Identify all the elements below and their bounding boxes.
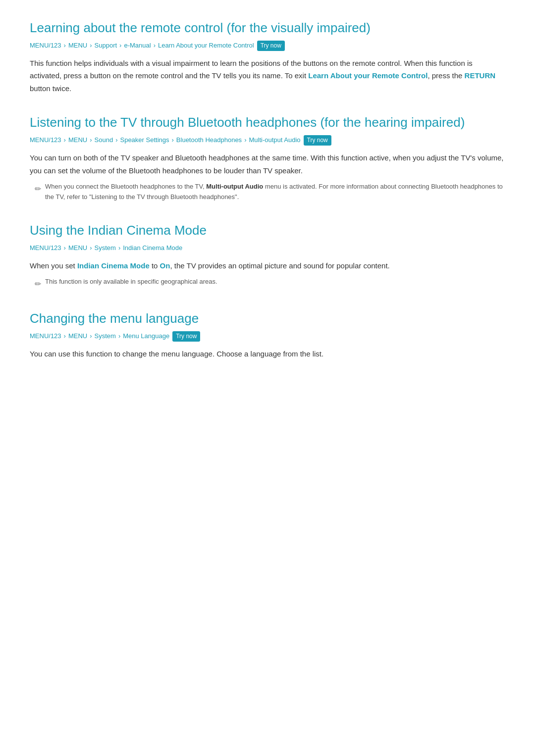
- breadcrumb-item[interactable]: System: [95, 331, 116, 342]
- breadcrumb-sep: ›: [90, 243, 92, 253]
- body-text-indian-cinema: When you set Indian Cinema Mode to On, t…: [30, 259, 505, 272]
- breadcrumb-menu-language: MENU/123 › MENU › System › Menu Language…: [30, 331, 505, 342]
- breadcrumb-sep: ›: [154, 41, 156, 51]
- breadcrumb-item[interactable]: Sound: [95, 135, 113, 146]
- breadcrumb-sep: ›: [64, 243, 66, 253]
- section-remote-control: Learning about the remote control (for t…: [30, 20, 505, 95]
- inline-bold-multi-audio: Multi-output Audio: [206, 183, 263, 190]
- breadcrumb-item[interactable]: MENU: [68, 135, 87, 146]
- breadcrumb-item[interactable]: Speaker Settings: [120, 135, 169, 146]
- breadcrumb-sep: ›: [118, 243, 120, 253]
- body-text-remote-control: This function helps individuals with a v…: [30, 57, 505, 95]
- breadcrumb-sep: ›: [90, 331, 92, 342]
- section-menu-language: Changing the menu language MENU/123 › ME…: [30, 310, 505, 360]
- inline-link-indian-cinema[interactable]: Indian Cinema Mode: [77, 261, 150, 270]
- breadcrumb-sep: ›: [118, 331, 120, 342]
- body-text-menu-language: You can use this function to change the …: [30, 348, 505, 360]
- breadcrumb-item[interactable]: System: [95, 243, 116, 253]
- breadcrumb-item[interactable]: MENU/123: [30, 243, 61, 253]
- breadcrumb-sep: ›: [115, 135, 117, 146]
- breadcrumb-sep: ›: [64, 331, 66, 342]
- note-indian-cinema: ✏ This function is only available in spe…: [35, 277, 505, 291]
- section-bluetooth-headphones: Listening to the TV through Bluetooth he…: [30, 114, 505, 202]
- breadcrumb-sep: ›: [119, 41, 121, 51]
- try-now-badge[interactable]: Try now: [257, 41, 285, 51]
- breadcrumb-sep: ›: [64, 41, 66, 51]
- pencil-icon: ✏: [35, 183, 41, 196]
- try-now-badge-bluetooth[interactable]: Try now: [304, 135, 331, 146]
- breadcrumb-item-bluetooth[interactable]: Bluetooth Headphones: [176, 135, 242, 146]
- breadcrumb-item[interactable]: MENU/123: [30, 41, 61, 51]
- note-bluetooth: ✏ When you connect the Bluetooth headpho…: [35, 182, 505, 202]
- breadcrumb-item[interactable]: MENU: [68, 41, 87, 51]
- breadcrumb-item-indian-cinema[interactable]: Indian Cinema Mode: [123, 243, 182, 253]
- breadcrumb-item[interactable]: e-Manual: [124, 41, 151, 51]
- note-text-bluetooth: When you connect the Bluetooth headphone…: [45, 182, 505, 202]
- breadcrumb-item[interactable]: Support: [95, 41, 117, 51]
- inline-link-return: RETURN: [465, 71, 496, 80]
- breadcrumb-bluetooth: MENU/123 › MENU › Sound › Speaker Settin…: [30, 135, 505, 146]
- section-title-bluetooth: Listening to the TV through Bluetooth he…: [30, 114, 505, 131]
- try-now-badge-menu-language[interactable]: Try now: [172, 331, 200, 342]
- body-text-bluetooth: You can turn on both of the TV speaker a…: [30, 151, 505, 177]
- breadcrumb-sep: ›: [244, 135, 246, 146]
- breadcrumb-sep: ›: [172, 135, 174, 146]
- breadcrumb-item-learn-remote[interactable]: Learn About your Remote Control: [158, 41, 254, 51]
- breadcrumb-item-menu-language[interactable]: Menu Language: [123, 331, 169, 342]
- breadcrumb-item[interactable]: MENU: [68, 331, 87, 342]
- inline-link-on: On: [160, 261, 170, 270]
- note-text-indian-cinema: This function is only available in speci…: [45, 277, 217, 287]
- pencil-icon: ✏: [35, 278, 41, 291]
- breadcrumb-item[interactable]: MENU: [68, 243, 87, 253]
- breadcrumb-sep: ›: [64, 135, 66, 146]
- breadcrumb-remote-control: MENU/123 › MENU › Support › e-Manual › L…: [30, 41, 505, 51]
- section-title-menu-language: Changing the menu language: [30, 310, 505, 327]
- section-indian-cinema: Using the Indian Cinema Mode MENU/123 › …: [30, 222, 505, 291]
- breadcrumb-sep: ›: [90, 41, 92, 51]
- breadcrumb-indian-cinema: MENU/123 › MENU › System › Indian Cinema…: [30, 243, 505, 253]
- section-title-remote-control: Learning about the remote control (for t…: [30, 20, 505, 37]
- breadcrumb-item[interactable]: MENU/123: [30, 331, 61, 342]
- breadcrumb-item[interactable]: MENU/123: [30, 135, 61, 146]
- inline-link-learn-remote[interactable]: Learn About your Remote Control: [308, 71, 428, 80]
- breadcrumb-sep: ›: [90, 135, 92, 146]
- section-title-indian-cinema: Using the Indian Cinema Mode: [30, 222, 505, 239]
- breadcrumb-item-multi-audio[interactable]: Multi-output Audio: [249, 135, 300, 146]
